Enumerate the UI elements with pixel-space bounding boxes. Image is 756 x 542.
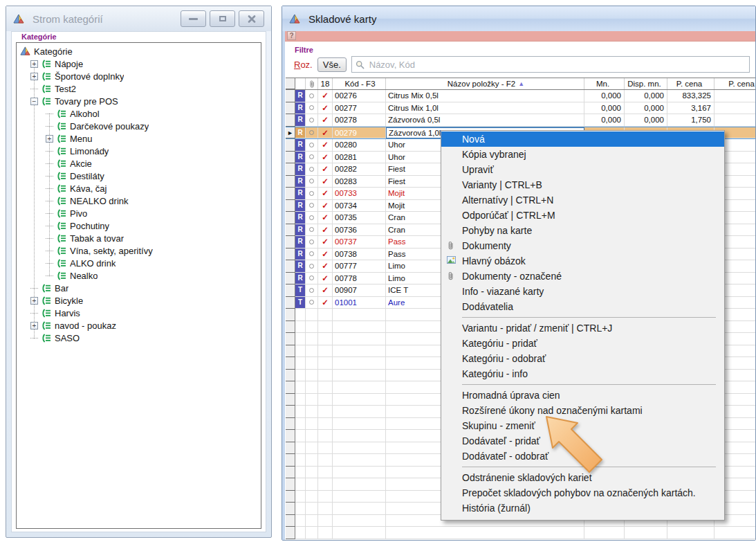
menu-item[interactable]: Rozšírené úkony nad označenými kartami bbox=[441, 403, 724, 418]
help-button[interactable]: ? bbox=[287, 31, 296, 40]
menu-item-label: Dodávateľ - pridať bbox=[462, 435, 540, 446]
categories-root-icon bbox=[20, 46, 30, 56]
menu-item[interactable]: Kategóriu - odobrať bbox=[441, 351, 724, 366]
header-row-selector[interactable] bbox=[286, 78, 295, 89]
menu-item[interactable]: Info - viazané karty bbox=[441, 284, 724, 299]
tree-item[interactable]: Pochutiny bbox=[17, 219, 261, 232]
tree-item[interactable]: Test2 bbox=[17, 82, 261, 95]
tree-item[interactable]: Nealko bbox=[17, 269, 261, 282]
menu-item[interactable]: Dodávateľ - pridať bbox=[441, 433, 724, 449]
header-available-quantity[interactable]: Disp. mn. bbox=[625, 78, 667, 89]
expand-toggle-icon[interactable]: + bbox=[30, 73, 38, 80]
tree-item[interactable]: +Nápoje bbox=[17, 57, 261, 70]
tree-item[interactable]: +Športové doplnky bbox=[17, 70, 261, 82]
header-price2[interactable]: P. cena s bbox=[714, 78, 755, 89]
tree-item[interactable]: +navod - poukaz bbox=[17, 319, 261, 332]
item-code-cell: 00282 bbox=[333, 163, 386, 176]
tree-item[interactable]: −Tovary pre POS bbox=[17, 95, 261, 107]
row-selector[interactable] bbox=[286, 139, 295, 152]
tree-item[interactable]: Alkohol bbox=[17, 107, 261, 120]
header-badge[interactable] bbox=[295, 78, 306, 89]
tree-item[interactable]: Harvis bbox=[17, 307, 261, 319]
expand-toggle-icon[interactable]: + bbox=[30, 297, 38, 305]
menu-item[interactable]: Pohyby na karte bbox=[441, 223, 724, 238]
menu-item[interactable]: Variantu - pridať / zmeniť | CTRL+J bbox=[441, 320, 724, 336]
row-selector[interactable] bbox=[286, 260, 295, 273]
tree-item[interactable]: +Menu bbox=[17, 132, 261, 145]
row-selector[interactable] bbox=[286, 90, 295, 102]
row-selector[interactable] bbox=[286, 236, 295, 249]
tree-item[interactable]: Destiláty bbox=[17, 170, 261, 182]
collapse-toggle-icon[interactable]: − bbox=[30, 98, 38, 105]
titlebar-strom-kategorii[interactable]: Strom kategórií bbox=[6, 6, 271, 31]
menu-item[interactable]: Prepočet skladových pohybov na označenýc… bbox=[441, 485, 724, 500]
row-selector[interactable] bbox=[286, 284, 295, 297]
header-record-count[interactable]: 18 bbox=[318, 78, 333, 89]
menu-item[interactable]: Kópia vybranej bbox=[441, 147, 724, 162]
tree-item[interactable]: Tabak a tovar bbox=[17, 232, 261, 244]
row-selector[interactable] bbox=[286, 188, 295, 200]
tree-item[interactable]: Pivo bbox=[17, 207, 261, 219]
tree-item[interactable]: SASO bbox=[17, 332, 261, 344]
row-selector[interactable] bbox=[286, 152, 295, 164]
menu-item[interactable]: Kategóriu - info bbox=[441, 366, 724, 381]
table-row[interactable]: R✓00278Zázvorová 0,5l0,0000,0001,750 bbox=[286, 114, 755, 127]
expand-toggle-icon[interactable]: + bbox=[30, 322, 38, 329]
tree-item[interactable]: Limonády bbox=[17, 145, 261, 157]
menu-item[interactable]: Upraviť bbox=[441, 162, 724, 177]
expand-toggle-icon[interactable]: + bbox=[46, 135, 53, 143]
search-input[interactable] bbox=[368, 59, 749, 71]
row-selector[interactable] bbox=[286, 224, 295, 237]
row-selector[interactable] bbox=[286, 114, 295, 127]
all-filter-button[interactable]: Vše. bbox=[317, 57, 347, 72]
menu-item[interactable]: Odstránenie skladových kariet bbox=[441, 470, 724, 485]
tree-item[interactable]: Káva, čaj bbox=[17, 182, 261, 195]
tree-item[interactable]: Vína, sekty, aperitívy bbox=[17, 244, 261, 257]
tree-item[interactable]: Bar bbox=[17, 282, 261, 294]
header-attachments[interactable] bbox=[306, 78, 318, 89]
tree-item[interactable]: Kategórie bbox=[17, 45, 261, 57]
menu-item[interactable]: Dodávatelia bbox=[441, 299, 724, 314]
checkmark-icon: ✓ bbox=[318, 139, 333, 152]
header-price[interactable]: P. cena bbox=[667, 78, 714, 89]
tree-item[interactable]: NEALKO drink bbox=[17, 195, 261, 207]
empty-table-row[interactable] bbox=[286, 527, 755, 539]
tree-item[interactable]: ALKO drink bbox=[17, 257, 261, 269]
row-selector[interactable] bbox=[286, 200, 295, 213]
row-selector[interactable]: ► bbox=[286, 127, 295, 139]
row-selector[interactable] bbox=[286, 297, 295, 309]
menu-item[interactable]: Hlavný obázok bbox=[441, 253, 724, 269]
menu-item[interactable]: Dodávateľ - odobrať bbox=[441, 449, 724, 464]
row-selector[interactable] bbox=[286, 249, 295, 261]
empty-cell bbox=[295, 309, 306, 321]
header-code[interactable]: Kód - F3 bbox=[333, 78, 386, 89]
menu-item[interactable]: Alternatívy | CTRL+N bbox=[441, 192, 724, 208]
tree-item[interactable]: Akcie bbox=[17, 157, 261, 170]
maximize-button[interactable] bbox=[210, 10, 235, 27]
header-quantity[interactable]: Mn. bbox=[584, 78, 625, 89]
menu-item[interactable]: Kategóriu - pridať bbox=[441, 336, 724, 351]
expand-toggle-icon[interactable]: + bbox=[30, 60, 38, 68]
menu-item[interactable]: Dokumenty - označené bbox=[441, 269, 724, 284]
table-row[interactable]: R✓00277Citrus Mix 1,0l0,0000,0003,167 bbox=[286, 102, 755, 115]
row-selector[interactable] bbox=[286, 102, 295, 115]
menu-item[interactable]: Dokumenty bbox=[441, 238, 724, 253]
menu-item[interactable]: Odporúčať | CTRL+M bbox=[441, 208, 724, 223]
row-selector[interactable] bbox=[286, 176, 295, 188]
row-selector[interactable] bbox=[286, 212, 295, 224]
row-selector[interactable] bbox=[286, 163, 295, 176]
menu-item[interactable]: Hromadná úprava cien bbox=[441, 388, 724, 403]
menu-item[interactable]: Skupinu - zmeniť bbox=[441, 418, 724, 433]
menu-item[interactable]: História (žurnál) bbox=[441, 500, 724, 516]
minimize-button[interactable] bbox=[181, 10, 206, 27]
expand-filters-link[interactable]: Roz. bbox=[294, 60, 313, 70]
table-row[interactable]: R✓00276Citrus Mix 0,5l0,0000,000833,3259 bbox=[286, 90, 755, 102]
header-name[interactable]: Názov položky - F2 ▲ bbox=[386, 78, 584, 89]
row-selector[interactable] bbox=[286, 273, 295, 285]
tree-item[interactable]: +Bicykle bbox=[17, 294, 261, 307]
titlebar-skladove-karty[interactable]: Skladové karty bbox=[282, 6, 755, 31]
menu-item[interactable]: Varianty | CTRL+B bbox=[441, 177, 724, 192]
tree-item[interactable]: Darčekové poukazy bbox=[17, 120, 261, 132]
menu-item[interactable]: Nová bbox=[441, 132, 724, 147]
close-button[interactable] bbox=[239, 10, 264, 27]
